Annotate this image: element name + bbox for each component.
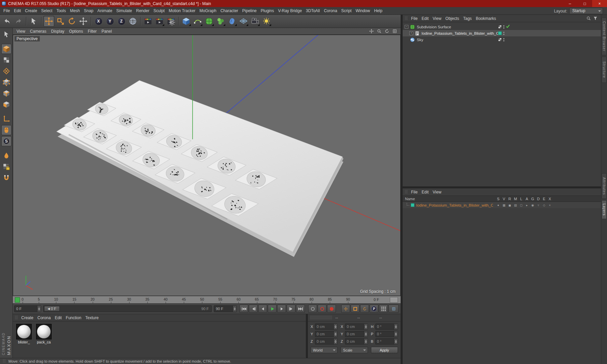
move-tool-button[interactable] bbox=[44, 16, 54, 27]
spinner-icon[interactable] bbox=[233, 306, 236, 312]
material-menu-item[interactable]: Edit bbox=[53, 314, 64, 321]
deformer-button[interactable] bbox=[227, 16, 237, 27]
size-y-field[interactable]: 0 cm bbox=[345, 331, 368, 337]
orbit-view-icon[interactable] bbox=[384, 29, 390, 34]
layer-color-swatch[interactable] bbox=[411, 203, 414, 207]
minimize-button[interactable]: – bbox=[562, 0, 577, 7]
spinner-icon[interactable] bbox=[364, 331, 368, 337]
redo-button[interactable] bbox=[13, 16, 24, 27]
paint-tool-button[interactable] bbox=[1, 151, 11, 161]
collapse-icon[interactable] bbox=[405, 25, 408, 29]
menu-item[interactable]: Help bbox=[372, 7, 384, 14]
object-row-subdivision-surface[interactable]: Subdivision Surface bbox=[403, 24, 601, 30]
environment-button[interactable] bbox=[238, 16, 249, 27]
spinner-icon[interactable] bbox=[334, 339, 337, 344]
viewport-menu-item[interactable]: Options bbox=[67, 28, 85, 34]
visibility-dots-icon[interactable] bbox=[503, 32, 504, 35]
menu-item[interactable]: Sculpt bbox=[151, 7, 167, 14]
spinner-icon[interactable] bbox=[37, 306, 41, 312]
snap-toggle-button[interactable] bbox=[1, 136, 11, 146]
ruler-options-widget[interactable] bbox=[390, 297, 398, 303]
timeline-ruler[interactable]: 051015202530354045505560657075808590 0 F bbox=[13, 296, 401, 304]
menu-item[interactable]: Create bbox=[23, 7, 39, 14]
menu-item[interactable]: Snap bbox=[82, 7, 95, 14]
axis-mode-button[interactable] bbox=[1, 114, 11, 124]
record-parameter-toggle[interactable]: P bbox=[370, 305, 378, 313]
rotation-b-field[interactable]: 0 ° bbox=[375, 338, 398, 344]
lock-y-axis-button[interactable]: Y bbox=[105, 16, 115, 27]
rotation-h-field[interactable]: 0 ° bbox=[375, 324, 398, 330]
start-frame-field[interactable]: 0 F bbox=[14, 305, 41, 312]
tab-structure[interactable]: Structure bbox=[602, 57, 607, 83]
selection-mode-button[interactable] bbox=[1, 29, 11, 39]
render-picture-viewer-button[interactable] bbox=[154, 16, 165, 27]
autokey-button[interactable] bbox=[327, 305, 336, 313]
layer-color-tag[interactable] bbox=[498, 31, 502, 35]
filter-icon[interactable] bbox=[593, 16, 598, 21]
go-to-start-button[interactable] bbox=[239, 305, 248, 313]
menu-item[interactable]: Tools bbox=[54, 7, 68, 14]
tab-content-browser[interactable]: Content Browser bbox=[602, 18, 607, 55]
model-mode-button[interactable] bbox=[1, 44, 11, 54]
object-row-sky[interactable]: Sky bbox=[403, 36, 601, 43]
menu-item[interactable]: Select bbox=[39, 7, 54, 14]
layout-select[interactable]: Startup bbox=[569, 8, 603, 14]
drag-handle-icon[interactable] bbox=[405, 16, 408, 21]
layer-name[interactable]: Iodine_Potassium_Tablets_in_Blister_with… bbox=[416, 203, 493, 207]
menu-item[interactable]: File bbox=[1, 7, 12, 14]
points-mode-button[interactable] bbox=[1, 77, 11, 87]
layer-toggle-icon[interactable]: ◼ bbox=[507, 204, 513, 207]
material-menu-item[interactable]: Texture bbox=[83, 314, 100, 321]
pan-view-icon[interactable] bbox=[368, 29, 375, 34]
object-row-tablets[interactable]: Iodine_Potassium_Tablets_in_Blister_with… bbox=[403, 30, 601, 36]
object-label[interactable]: Iodine_Potassium_Tablets_in_Blister_with… bbox=[422, 31, 502, 35]
material-menu-item[interactable]: Create bbox=[19, 314, 35, 321]
lock-workplane-button[interactable] bbox=[1, 162, 11, 172]
expand-icon[interactable] bbox=[409, 31, 413, 35]
menu-item[interactable]: 3DToAll bbox=[304, 7, 322, 14]
menu-item[interactable]: Character bbox=[219, 7, 240, 14]
undo-button[interactable] bbox=[2, 16, 12, 27]
camera-button[interactable] bbox=[250, 16, 260, 27]
record-scale-toggle[interactable] bbox=[351, 305, 359, 313]
size-x-field[interactable]: 0 cm bbox=[345, 324, 368, 330]
menu-item[interactable]: MoGraph bbox=[198, 7, 219, 14]
render-settings-button[interactable] bbox=[166, 16, 176, 27]
view-name-label[interactable]: Perspective bbox=[15, 36, 40, 41]
search-icon[interactable] bbox=[586, 16, 591, 21]
material-menu-item[interactable]: Corona bbox=[35, 314, 53, 321]
maximize-button[interactable]: □ bbox=[577, 0, 592, 7]
object-manager-menu-item[interactable]: Bookmarks bbox=[474, 15, 498, 22]
lock-z-axis-button[interactable]: Z bbox=[116, 16, 127, 27]
viewport-menu-item[interactable]: Panel bbox=[99, 28, 114, 34]
menu-item[interactable]: Script bbox=[339, 7, 354, 14]
menu-item[interactable]: V-Ray Bridge bbox=[276, 7, 304, 14]
coordinate-system-button[interactable] bbox=[127, 16, 138, 27]
drag-handle-icon[interactable] bbox=[310, 315, 332, 320]
viewport-menu-item[interactable]: View bbox=[14, 28, 28, 34]
edges-mode-button[interactable] bbox=[1, 88, 11, 98]
spinner-icon[interactable] bbox=[394, 324, 398, 329]
render-view-button[interactable] bbox=[143, 16, 153, 27]
menu-item[interactable]: Mesh bbox=[68, 7, 82, 14]
spinner-icon[interactable] bbox=[394, 331, 398, 337]
object-label[interactable]: Subdivision Surface bbox=[417, 25, 451, 29]
live-selection-button[interactable] bbox=[28, 16, 39, 27]
play-button[interactable] bbox=[268, 305, 277, 313]
layer-toggle-icon[interactable]: ◇ bbox=[541, 204, 547, 207]
object-label[interactable]: Sky bbox=[417, 38, 423, 42]
polygons-mode-button[interactable] bbox=[1, 99, 11, 110]
layer-toggle-icon[interactable]: ● bbox=[495, 204, 501, 207]
object-manager-menu-item[interactable]: Objects bbox=[443, 15, 461, 22]
object-manager-menu-item[interactable]: Edit bbox=[420, 15, 431, 22]
workplane-mode-button[interactable] bbox=[1, 66, 11, 76]
mograph-button[interactable] bbox=[215, 16, 226, 27]
display-tag-icon[interactable] bbox=[498, 38, 502, 41]
rotation-p-field[interactable]: 0 ° bbox=[375, 331, 398, 337]
spline-pen-button[interactable] bbox=[192, 16, 203, 27]
record-rotation-toggle[interactable] bbox=[360, 305, 369, 313]
layer-menu-item[interactable]: File bbox=[409, 189, 420, 195]
object-manager-menu-item[interactable]: File bbox=[409, 15, 420, 22]
transform-mode-select[interactable]: World bbox=[311, 347, 338, 353]
rotate-tool-button[interactable] bbox=[66, 16, 77, 27]
